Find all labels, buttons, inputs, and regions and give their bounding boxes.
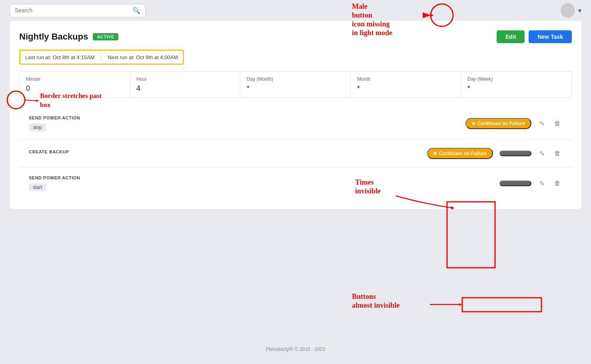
task-edit-button[interactable]: ✎ bbox=[538, 148, 546, 159]
svg-marker-18 bbox=[459, 303, 462, 306]
top-right-actions: ▾ bbox=[561, 3, 581, 18]
cron-hour-label: Hour bbox=[136, 76, 234, 82]
task-left: SEND POWER ACTION start bbox=[29, 175, 80, 191]
cron-month-value: * bbox=[357, 84, 454, 93]
page-header-right: Edit New Task bbox=[497, 30, 572, 43]
page-header: Nightly Backups ACTIVE Edit New Task bbox=[19, 30, 572, 43]
svg-text:almost invisible: almost invisible bbox=[352, 301, 400, 309]
cron-minute-value: 0 bbox=[26, 84, 123, 93]
task-type-label: SEND POWER ACTION bbox=[29, 175, 80, 180]
cron-day-week-cell: Day (Week) * bbox=[461, 72, 571, 97]
continues-dot bbox=[472, 122, 475, 125]
times-badge-invisible[interactable] bbox=[499, 181, 531, 186]
task-left: CREATE BACKUP bbox=[29, 149, 69, 157]
task-delete-button[interactable]: 🗑 bbox=[553, 148, 562, 159]
page-title: Nightly Backups bbox=[19, 32, 88, 42]
chevron-down-icon[interactable]: ▾ bbox=[578, 7, 581, 14]
task-row: SEND POWER ACTION stop Continues on Fail… bbox=[19, 107, 572, 140]
search-icon: 🔍 bbox=[132, 7, 140, 14]
task-edit-button[interactable]: ✎ bbox=[538, 178, 546, 189]
cron-day-month-cell: Day (Month) * bbox=[240, 72, 351, 97]
task-tag: start bbox=[29, 183, 46, 191]
last-run-info: Last run at: Oct 8th at 4:15AM bbox=[25, 54, 94, 60]
task-edit-button[interactable]: ✎ bbox=[538, 118, 546, 129]
cron-minute-cell: Minute 0 bbox=[20, 72, 130, 97]
cron-month-label: Month bbox=[357, 76, 454, 82]
task-row: SEND POWER ACTION start ✎ 🗑 bbox=[19, 167, 572, 199]
cron-minute-label: Minute bbox=[26, 76, 123, 82]
search-wrap: 🔍 bbox=[10, 4, 146, 17]
footer: Pterodactyl® © 2015 - 2023 bbox=[0, 338, 591, 360]
cron-day-week-label: Day (Week) bbox=[467, 76, 565, 82]
run-info-row: Last run at: Oct 8th at 4:15AM Next run … bbox=[19, 50, 184, 65]
cron-hour-cell: Hour 4 bbox=[130, 72, 240, 97]
new-task-button[interactable]: New Task bbox=[529, 30, 572, 43]
task-left: SEND POWER ACTION stop bbox=[29, 115, 80, 131]
task-row-header: SEND POWER ACTION stop Continues on Fail… bbox=[29, 115, 562, 131]
status-badge: ACTIVE bbox=[93, 33, 118, 40]
task-actions: Continues on Failure ✎ 🗑 bbox=[465, 118, 562, 129]
tasks-section: SEND POWER ACTION stop Continues on Fail… bbox=[19, 107, 572, 199]
run-info-separator bbox=[101, 54, 101, 60]
continues-dot bbox=[433, 152, 437, 155]
continues-label: Continues on Failure bbox=[477, 121, 525, 126]
cron-hour-value: 4 bbox=[136, 84, 234, 93]
task-type-label: CREATE BACKUP bbox=[29, 149, 69, 154]
edit-button[interactable]: Edit bbox=[497, 30, 525, 43]
task-tag: stop bbox=[29, 123, 46, 131]
svg-rect-15 bbox=[447, 202, 495, 268]
task-row: CREATE BACKUP Continues on Failure ✎ 🗑 bbox=[19, 140, 572, 167]
task-actions: ✎ 🗑 bbox=[499, 178, 562, 189]
cron-day-month-label: Day (Month) bbox=[247, 76, 344, 82]
task-delete-button[interactable]: 🗑 bbox=[553, 178, 562, 189]
task-actions: Continues on Failure ✎ 🗑 bbox=[427, 148, 562, 159]
top-bar: 🔍 ▾ bbox=[0, 0, 591, 21]
cron-day-week-value: * bbox=[467, 84, 565, 93]
main-content: Nightly Backups ACTIVE Edit New Task Las… bbox=[10, 21, 581, 209]
continues-on-failure-badge[interactable]: Continues on Failure bbox=[465, 118, 531, 129]
svg-rect-19 bbox=[462, 298, 541, 312]
search-input[interactable] bbox=[15, 7, 129, 14]
task-delete-button[interactable]: 🗑 bbox=[553, 118, 562, 129]
task-row-header: SEND POWER ACTION start ✎ 🗑 bbox=[29, 175, 562, 191]
task-type-label: SEND POWER ACTION bbox=[29, 115, 80, 120]
page-header-left: Nightly Backups ACTIVE bbox=[19, 32, 118, 42]
times-badge[interactable] bbox=[499, 151, 531, 156]
continues-label: Continues on Failure bbox=[439, 151, 487, 156]
footer-text: Pterodactyl® © 2015 - 2023 bbox=[266, 346, 325, 352]
task-row-header: CREATE BACKUP Continues on Failure ✎ 🗑 bbox=[29, 148, 562, 159]
cron-day-month-value: * bbox=[247, 84, 344, 93]
cron-grid: Minute 0 Hour 4 Day (Month) * Month * Da… bbox=[19, 71, 572, 98]
user-avatar-button[interactable] bbox=[561, 3, 575, 18]
next-run-info: Next run at: Oct 9th at 4:00AM bbox=[108, 54, 178, 60]
cron-month-cell: Month * bbox=[351, 72, 461, 97]
continues-on-failure-badge[interactable]: Continues on Failure bbox=[427, 148, 493, 159]
svg-text:Buttons: Buttons bbox=[352, 292, 376, 300]
